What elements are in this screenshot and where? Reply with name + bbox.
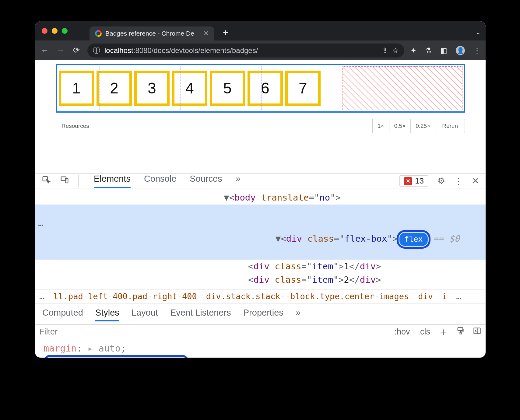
browser-tab[interactable]: Badges reference - Chrome De ✕ [90,26,214,40]
flex-item: 4 [172,71,207,106]
tab-strip: Badges reference - Chrome De ✕ + ⌄ [35,21,486,40]
subtab-computed[interactable]: Computed [42,308,83,321]
svg-rect-3 [458,327,463,330]
zoom-window-button[interactable] [62,28,68,34]
crumbs-right-ellipsis[interactable]: … [456,292,461,301]
share-icon[interactable]: ⇪ [382,46,388,55]
dom-tree[interactable]: ▼<body translate="no"> ⋯ ▼<div class="fl… [35,188,486,289]
toolbar: ← → ⟳ ⓘ localhost:8080/docs/devtools/ele… [35,40,486,60]
device-toggle-icon[interactable] [60,175,69,187]
tab-elements[interactable]: Elements [94,174,131,188]
row-actions-icon[interactable]: ⋯ [38,218,44,233]
rule-display[interactable]: display: inline-flex; ▯▯▯ [44,355,477,358]
devtools-tabs: Elements Console Sources » [94,174,241,188]
rule-margin[interactable]: margin: ▸ auto; [44,342,477,355]
toggle-hov[interactable]: :hov [394,327,410,337]
profile-avatar[interactable]: 👤 [456,46,465,55]
site-info-icon[interactable]: ⓘ [93,46,100,55]
paint-icon[interactable] [456,327,465,337]
forward-button[interactable]: → [56,46,65,55]
crumb-d[interactable]: i [442,292,447,301]
dom-node-body[interactable]: ▼<body translate="no"> [35,191,486,205]
close-devtools-icon[interactable]: ✕ [472,176,479,186]
reload-button[interactable]: ⟳ [72,46,81,55]
zoom-025x[interactable]: 0.25× [410,119,435,133]
extensions-icon[interactable]: ✦ [410,46,416,55]
tab-sources[interactable]: Sources [190,174,222,188]
error-icon: ✕ [404,177,412,185]
zoom-05x[interactable]: 0.5× [389,119,411,133]
new-tab-button[interactable]: + [223,27,228,38]
devtools-panel: Elements Console Sources » ✕ 13 ⚙ ⋮ ✕ ▼<… [35,173,486,358]
error-count: 13 [415,176,424,186]
subtab-layout[interactable]: Layout [132,308,158,321]
devtools-menu-icon[interactable]: ⋮ [454,176,463,186]
tab-overflow-icon[interactable]: ⌄ [476,29,481,36]
rerun-button[interactable]: Rerun [435,119,465,133]
close-tab-icon[interactable]: ✕ [203,30,209,37]
subtab-event-listeners[interactable]: Event Listeners [170,308,231,321]
dom-node-item2[interactable]: <div class="item">2</div> [35,273,486,287]
crumb-a[interactable]: ll.pad-left-400.pad-right-400 [53,292,197,301]
styles-filter-row: :hov .cls ＋ [35,325,486,339]
browser-window: Badges reference - Chrome De ✕ + ⌄ ← → ⟳… [35,21,486,358]
minimize-window-button[interactable] [52,28,58,34]
page-viewport: 1 2 3 4 5 6 7 Resources 1× 0.5× 0.25× Re… [35,60,486,133]
crumbs-left-ellipsis[interactable]: … [39,292,44,301]
tabs-overflow[interactable]: » [236,174,241,188]
tab-console[interactable]: Console [144,174,176,188]
back-button[interactable]: ← [40,46,50,55]
tab-title: Badges reference - Chrome De [105,30,200,37]
flex-item: 2 [97,71,132,106]
chrome-menu-icon[interactable]: ⋮ [473,46,481,55]
dom-node-item1[interactable]: <div class="item">1</div> [35,260,486,273]
close-window-button[interactable] [42,28,47,34]
styles-filter-input[interactable] [39,327,386,337]
side-panel-icon[interactable]: ◧ [440,46,447,55]
new-style-rule-icon[interactable]: ＋ [438,325,448,339]
flex-item: 1 [59,71,94,106]
error-counter[interactable]: ✕ 13 [399,175,428,187]
bookmark-icon[interactable]: ☆ [392,46,399,55]
subtab-styles[interactable]: Styles [95,308,119,321]
window-controls [42,28,68,34]
resources-button[interactable]: Resources [56,123,95,129]
settings-gear-icon[interactable]: ⚙ [437,176,445,186]
flex-item: 5 [210,71,245,106]
crumb-b[interactable]: div.stack.stack--block.type.center-image… [206,292,409,301]
labs-icon[interactable]: ⚗ [425,46,432,55]
toggle-cls[interactable]: .cls [418,327,430,337]
subtabs-overflow[interactable]: » [296,308,300,321]
demo-toolbar: Resources 1× 0.5× 0.25× Rerun [56,119,465,133]
svg-rect-4 [460,333,462,334]
flex-item: 6 [248,71,283,106]
selected-marker: == $0 [433,233,460,244]
address-bar[interactable]: ⓘ localhost:8080/docs/devtools/elements/… [87,44,404,58]
flex-item: 7 [285,71,321,106]
crumb-c[interactable]: div [418,292,433,301]
toolbar-actions: ✦ ⚗ ◧ 👤 ⋮ [410,46,481,55]
flex-item: 3 [134,71,170,106]
toggle-sidebar-icon[interactable] [473,327,481,337]
styles-rules[interactable]: margin: ▸ auto; display: inline-flex; ▯▯… [35,339,486,358]
styles-subtabs: Computed Styles Layout Event Listeners P… [35,303,486,325]
inspect-element-icon[interactable] [42,175,51,187]
flex-badge[interactable]: flex [399,233,427,246]
flex-container-preview: 1 2 3 4 5 6 7 [56,64,465,113]
breadcrumb-bar[interactable]: … ll.pad-left-400.pad-right-400 div.stac… [35,289,486,303]
devtools-main-bar: Elements Console Sources » ✕ 13 ⚙ ⋮ ✕ [35,174,486,188]
chrome-favicon-icon [95,30,102,37]
zoom-1x[interactable]: 1× [372,119,389,133]
subtab-properties[interactable]: Properties [243,308,283,321]
url-text: localhost:8080/docs/devtools/elements/ba… [104,46,258,55]
dom-node-flexbox[interactable]: ⋯ ▼<div class="flex-box">flex== $0 [35,205,486,260]
